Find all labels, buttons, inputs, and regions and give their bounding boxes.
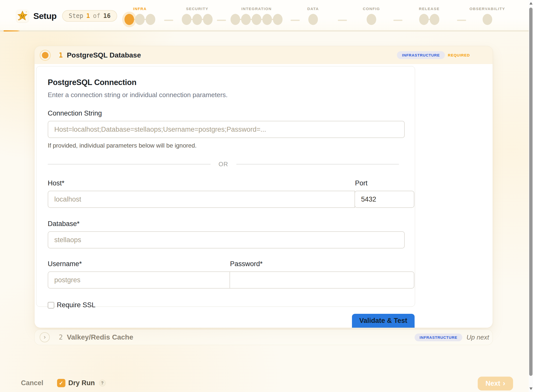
port-input[interactable] — [354, 191, 414, 208]
step-dot — [273, 14, 283, 25]
required-badge: REQUIRED — [448, 53, 470, 57]
header-progress-track — [0, 30, 533, 32]
category-badge: INFRASTRUCTURE — [415, 333, 463, 341]
step-dot — [124, 14, 134, 25]
wizard-footer: Cancel ✓ Dry Run ? — [0, 374, 529, 392]
stage-label: CONFIG — [363, 7, 380, 11]
stage-observability: OBSERVABILITY — [469, 7, 505, 25]
connection-string-input[interactable] — [48, 121, 405, 138]
require-ssl-row: Require SSL — [48, 301, 405, 309]
form-heading: PostgreSQL Connection — [48, 78, 405, 87]
step-dot — [252, 14, 261, 25]
section-number: 1 — [59, 51, 63, 59]
or-divider-label: OR — [219, 161, 228, 168]
cancel-button[interactable]: Cancel — [21, 379, 43, 387]
connection-string-label: Connection String — [48, 109, 405, 117]
step-dot — [367, 14, 376, 25]
help-icon[interactable]: ? — [99, 380, 106, 386]
stage-integration: INTEGRATION — [231, 7, 283, 25]
step-dot — [430, 14, 439, 25]
require-ssl-checkbox[interactable] — [48, 302, 54, 309]
stage-connector-dash — [164, 20, 173, 21]
vertical-scrollbar[interactable] — [529, 0, 533, 392]
username-label: Username* — [48, 260, 230, 268]
scroll-down-arrow-icon[interactable] — [529, 387, 532, 390]
dry-run-checkbox[interactable]: ✓ — [57, 379, 65, 387]
or-divider: OR — [48, 161, 405, 168]
stage-release: RELEASE — [419, 7, 440, 25]
step-dot — [483, 14, 492, 25]
step-dot — [241, 14, 251, 25]
username-input[interactable] — [48, 271, 230, 289]
postgres-connection-form: PostgreSQL Connection Enter a connection… — [36, 66, 415, 307]
wizard-stage-stepper: INFRASECURITYINTEGRATIONDATACONFIGRELEAS… — [0, 0, 533, 30]
stage-connector-dash — [457, 20, 466, 21]
section-number: 2 — [59, 333, 63, 341]
step-dot — [262, 14, 272, 25]
step-dot — [203, 14, 213, 25]
connection-string-help: If provided, individual parameters below… — [48, 142, 405, 149]
stage-label: SECURITY — [186, 7, 209, 11]
active-section-radio-icon — [40, 50, 51, 61]
form-description: Enter a connection string or individual … — [48, 91, 405, 99]
section-title: PostgreSQL Database — [67, 51, 141, 59]
section-postgresql-body: PostgreSQL Connection Enter a connection… — [35, 64, 493, 328]
stage-config: CONFIG — [363, 7, 380, 25]
database-label: Database* — [48, 220, 405, 228]
stage-connector-dash — [338, 20, 347, 21]
step-dot — [308, 14, 318, 25]
database-input[interactable] — [48, 231, 405, 248]
next-button-label: Next — [486, 380, 500, 387]
check-icon: ✓ — [59, 380, 63, 386]
up-next-status: Up next — [466, 333, 489, 341]
step-dot — [135, 14, 145, 25]
section-postgresql-header[interactable]: 1 PostgreSQL Database INFRASTRUCTURE REQ… — [35, 46, 493, 64]
stage-connector-dash — [393, 20, 402, 21]
host-label: Host* — [48, 179, 355, 187]
expand-section-button[interactable]: › — [40, 332, 50, 342]
chevron-right-icon: › — [44, 334, 46, 340]
stage-label: OBSERVABILITY — [469, 7, 505, 11]
stage-label: INFRA — [133, 7, 147, 11]
host-input[interactable] — [48, 191, 355, 208]
header-progress-fill — [4, 30, 20, 32]
step-dot — [192, 14, 202, 25]
scroll-up-arrow-icon[interactable] — [529, 2, 532, 5]
step-dot — [182, 14, 191, 25]
validate-and-test-button[interactable]: Validate & Test — [352, 314, 415, 328]
step-dot — [231, 14, 240, 25]
stage-data: DATA — [307, 7, 319, 25]
next-button[interactable]: Next › — [478, 377, 513, 390]
scrollbar-thumb[interactable] — [529, 8, 532, 376]
top-bar: Setup Step 1 of 16 INFRASECURITYINTEGRAT… — [0, 0, 533, 30]
password-label: Password* — [230, 260, 415, 268]
stage-connector-dash — [291, 20, 300, 21]
chevron-right-icon: › — [503, 379, 505, 388]
port-label: Port — [355, 179, 415, 187]
stage-label: RELEASE — [419, 7, 440, 11]
section-postgresql-card: 1 PostgreSQL Database INFRASTRUCTURE REQ… — [34, 46, 493, 328]
step-dot — [146, 14, 155, 25]
password-input[interactable] — [230, 271, 414, 289]
step-dot — [419, 14, 429, 25]
stage-label: DATA — [307, 7, 319, 11]
stage-connector-dash — [217, 20, 226, 21]
section-valkey-card[interactable]: › 2 Valkey/Redis Cache INFRASTRUCTURE Up… — [34, 329, 493, 345]
category-badge: INFRASTRUCTURE — [397, 51, 445, 59]
stage-infra: INFRA — [124, 7, 155, 25]
dry-run-label: Dry Run — [68, 379, 95, 387]
section-title: Valkey/Redis Cache — [67, 333, 133, 341]
require-ssl-label: Require SSL — [57, 301, 95, 309]
stage-label: INTEGRATION — [241, 7, 272, 11]
stage-security: SECURITY — [182, 7, 213, 25]
